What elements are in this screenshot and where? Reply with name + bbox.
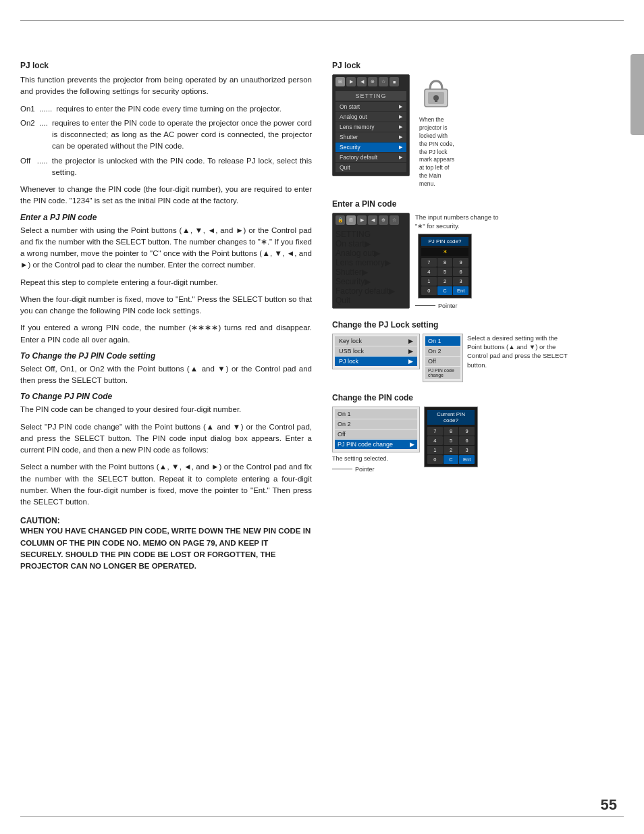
pin-btn-ent[interactable]: Ent [453,286,468,295]
pin-btn-0[interactable]: 0 [421,286,437,295]
sub-menu: On 1 On 2 Off PJ PIN code change [423,334,463,382]
ep-menu-onstart: On start▶ [336,239,406,249]
menu-item-lensmemory: Lens memory▶ [336,122,406,132]
current-pin-dialog: Current PIN code? 7 8 9 4 5 6 1 2 3 [424,407,478,467]
plm-usblock: USB lock▶ [335,346,417,356]
change-pin-ui-title: Change the PIN code [332,393,624,402]
enter-pin-menu-wrap: SETTING On start▶ Analog out▶ Lens memor… [333,227,409,308]
cpd-grid: 7 8 9 4 5 6 1 2 3 0 C En [427,427,475,464]
pjlock-screen: ⊞ ▶ ◀ ⊕ ☆ ■ SETTING On start▶ Analog out… [332,74,410,176]
cpd-btn-1[interactable]: 1 [427,446,443,454]
pin-btn-5[interactable]: 5 [437,267,453,276]
cpd-btn-c[interactable]: C [444,455,459,464]
cpd-btn-8[interactable]: 8 [444,427,459,436]
cpd-btn-ent[interactable]: Ent [459,455,475,464]
right-tab [630,54,644,135]
page-number: 55 [601,796,617,814]
csm-on2: On 2 [335,419,417,429]
pin-btn-9[interactable]: 9 [453,258,468,267]
list-item: On1 ...... requires to enter the PIN cod… [20,103,312,115]
sm-pinchange: PJ PIN code change [425,367,460,379]
change-pin-right: Current PIN code? 7 8 9 4 5 6 1 2 3 [424,407,478,467]
input-desc: The input numbers change to "∗" for secu… [415,213,503,231]
pin-btn-c[interactable]: C [437,286,453,295]
proj-icon2-5: ⊕ [379,215,388,225]
menu-item-shutter: Shutter▶ [336,132,406,142]
enter-pin-ui-section: Enter a PIN code 🔒 ⊞ ▶ ◀ ⊕ ☆ SE [332,199,624,309]
enter-pjpin-body3: When the four-digit number is fixed, mov… [20,294,312,317]
pin-display: ∗ [421,248,468,256]
proj-icon-4: ⊕ [368,77,377,86]
proj-icon-2: ▶ [346,77,356,86]
cpd-btn-4[interactable]: 4 [427,436,443,445]
ep-menu-factorydefault: Factory default▶ [336,286,406,296]
cpd-btn-3[interactable]: 3 [459,446,475,454]
lock-icon-box: When the projector is locked with the PI… [419,74,456,188]
pointer-line-2 [332,469,352,469]
pjlock-proj-screen: SETTING On start▶ Analog out▶ Lens memor… [333,88,409,176]
change-setting-title: To Change the PJ PIN Code setting [20,351,312,361]
enter-pin-screen: 🔒 ⊞ ▶ ◀ ⊕ ☆ SETTING On start▶ Analog out… [332,213,410,309]
ep-menu-security: Security▶ [336,277,406,286]
change-pin-title: To Change PJ PIN Code [20,392,312,401]
caution-body: WHEN YOU HAVE CHANGED PIN CODE, WRITE DO… [20,525,312,572]
pin-btn-3[interactable]: 3 [453,277,468,286]
change-lock-ui-section: Change the PJ Lock setting Key lock▶ USB… [332,320,624,382]
sm-off: Off [425,357,460,366]
pin-btn-8[interactable]: 8 [437,258,453,267]
svg-rect-3 [435,98,437,102]
csm-on1: On 1 [335,409,417,419]
sm-on2: On 2 [425,346,460,356]
change-pin-ui-section: Change the PIN code On 1 On 2 Off PJ PIN… [332,393,624,473]
cpd-btn-6[interactable]: 6 [459,436,475,445]
pjlock-ui-title: PJ lock [332,61,624,70]
change-setting-body: Select Off, On1, or On2 with the Point b… [20,363,312,387]
cpd-btn-2[interactable]: 2 [444,446,459,454]
menu-item-onstart: On start▶ [336,102,406,111]
ep-menu-lensmemory: Lens memory▶ [336,258,406,267]
proj-icon2-1: 🔒 [336,215,345,225]
cpd-btn-0[interactable]: 0 [427,455,443,464]
pin-btn-2[interactable]: 2 [437,277,453,286]
change-pin-left: On 1 On 2 Off PJ PIN code change▶ The se… [332,407,420,473]
proj-icon-3: ◀ [357,77,367,86]
enter-pjpin-body2: Repeat this step to complete entering a … [20,277,312,288]
pjlock-ui-section: PJ lock ⊞ ▶ ◀ ⊕ ☆ ■ SETTING [332,61,624,188]
cpd-btn-7[interactable]: 7 [427,427,443,436]
enter-pjpin-body4: If you entered a wrong PIN code, the num… [20,322,312,346]
cpd-btn-9[interactable]: 9 [459,427,475,436]
screen-title-2: SETTING [336,230,406,239]
enter-pjpin-title: Enter a PJ PIN code [20,213,312,222]
plm-pjlock: PJ lock▶ [335,357,417,366]
pointer-line [415,305,435,306]
cpd-btn-5[interactable]: 5 [444,436,459,445]
proj-icon-6: ■ [390,77,399,86]
menu-item-security: Security▶ [336,142,406,152]
list-item: On2 .... requires to enter the PIN code … [20,118,312,153]
changpin-submenu: On 1 On 2 Off PJ PIN code change▶ [332,407,420,452]
change-lock-row: Key lock▶ USB lock▶ PJ lock▶ On 1 On 2 O… [332,334,624,382]
menu-item-analogout: Analog out▶ [336,112,406,122]
item-label-on1: On1 ...... [20,103,52,115]
proj-icon2-4: ◀ [368,215,377,225]
pin-btn-7[interactable]: 7 [421,258,437,267]
proj-icon2-2: ⊞ [346,215,356,225]
pointer-label: Pointer [438,303,458,309]
bottom-border [20,816,624,817]
ep-menu-quit: Quit [336,296,406,305]
enter-pin-ui-title: Enter a PIN code [332,199,624,209]
change-lock-title: Change the PJ Lock setting [332,320,624,330]
pin-btn-6[interactable]: 6 [453,267,468,276]
proj-icon-5: ☆ [379,77,388,86]
caution-block: CAUTION: WHEN YOU HAVE CHANGED PIN CODE,… [20,516,312,572]
lock-caption: When the projector is locked with the PI… [419,116,456,188]
pin-btn-1[interactable]: 1 [421,277,437,286]
pin-btn-4[interactable]: 4 [421,267,437,276]
screen-title-1: SETTING [336,91,406,101]
current-pin-title: Current PIN code? [427,410,475,425]
change-pin-body2: Select "PJ PIN code change" with the Poi… [20,421,312,457]
proj-icon-1: ⊞ [336,77,345,86]
caution-title: CAUTION: [20,516,312,525]
change-pin-pointer-label: Pointer [355,466,375,473]
pin-grid: 7 8 9 4 5 6 1 2 3 0 C En [421,258,468,295]
